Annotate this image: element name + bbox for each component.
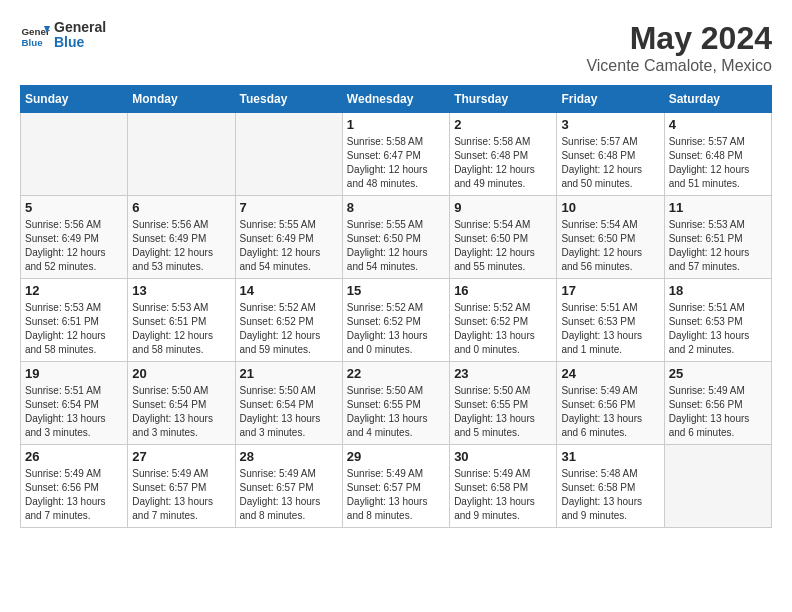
logo: General Blue General Blue: [20, 20, 106, 51]
day-info: Sunrise: 5:49 AM Sunset: 6:58 PM Dayligh…: [454, 467, 552, 523]
day-number: 22: [347, 366, 445, 381]
logo-line2: Blue: [54, 35, 106, 50]
day-number: 8: [347, 200, 445, 215]
day-number: 30: [454, 449, 552, 464]
calendar-title: May 2024: [586, 20, 772, 57]
calendar-cell: 30Sunrise: 5:49 AM Sunset: 6:58 PM Dayli…: [450, 445, 557, 528]
calendar-cell: [664, 445, 771, 528]
week-row-5: 26Sunrise: 5:49 AM Sunset: 6:56 PM Dayli…: [21, 445, 772, 528]
day-info: Sunrise: 5:50 AM Sunset: 6:55 PM Dayligh…: [347, 384, 445, 440]
calendar-cell: 5Sunrise: 5:56 AM Sunset: 6:49 PM Daylig…: [21, 196, 128, 279]
logo-icon: General Blue: [20, 20, 50, 50]
day-number: 9: [454, 200, 552, 215]
calendar-cell: 24Sunrise: 5:49 AM Sunset: 6:56 PM Dayli…: [557, 362, 664, 445]
calendar-cell: 28Sunrise: 5:49 AM Sunset: 6:57 PM Dayli…: [235, 445, 342, 528]
day-number: 18: [669, 283, 767, 298]
day-info: Sunrise: 5:52 AM Sunset: 6:52 PM Dayligh…: [240, 301, 338, 357]
calendar-cell: 21Sunrise: 5:50 AM Sunset: 6:54 PM Dayli…: [235, 362, 342, 445]
day-number: 3: [561, 117, 659, 132]
week-row-2: 5Sunrise: 5:56 AM Sunset: 6:49 PM Daylig…: [21, 196, 772, 279]
day-number: 31: [561, 449, 659, 464]
calendar-table: SundayMondayTuesdayWednesdayThursdayFrid…: [20, 85, 772, 528]
week-row-1: 1Sunrise: 5:58 AM Sunset: 6:47 PM Daylig…: [21, 113, 772, 196]
day-header-tuesday: Tuesday: [235, 86, 342, 113]
calendar-cell: 16Sunrise: 5:52 AM Sunset: 6:52 PM Dayli…: [450, 279, 557, 362]
day-number: 23: [454, 366, 552, 381]
day-info: Sunrise: 5:49 AM Sunset: 6:57 PM Dayligh…: [240, 467, 338, 523]
header-row: SundayMondayTuesdayWednesdayThursdayFrid…: [21, 86, 772, 113]
day-number: 27: [132, 449, 230, 464]
calendar-cell: [21, 113, 128, 196]
calendar-cell: 27Sunrise: 5:49 AM Sunset: 6:57 PM Dayli…: [128, 445, 235, 528]
day-info: Sunrise: 5:49 AM Sunset: 6:56 PM Dayligh…: [669, 384, 767, 440]
calendar-cell: 9Sunrise: 5:54 AM Sunset: 6:50 PM Daylig…: [450, 196, 557, 279]
day-number: 7: [240, 200, 338, 215]
day-number: 20: [132, 366, 230, 381]
day-info: Sunrise: 5:55 AM Sunset: 6:49 PM Dayligh…: [240, 218, 338, 274]
day-number: 17: [561, 283, 659, 298]
day-header-thursday: Thursday: [450, 86, 557, 113]
day-info: Sunrise: 5:53 AM Sunset: 6:51 PM Dayligh…: [25, 301, 123, 357]
day-number: 12: [25, 283, 123, 298]
day-info: Sunrise: 5:50 AM Sunset: 6:54 PM Dayligh…: [240, 384, 338, 440]
calendar-cell: 10Sunrise: 5:54 AM Sunset: 6:50 PM Dayli…: [557, 196, 664, 279]
day-header-wednesday: Wednesday: [342, 86, 449, 113]
day-number: 24: [561, 366, 659, 381]
day-number: 29: [347, 449, 445, 464]
day-number: 14: [240, 283, 338, 298]
day-info: Sunrise: 5:53 AM Sunset: 6:51 PM Dayligh…: [132, 301, 230, 357]
logo-line1: General: [54, 20, 106, 35]
calendar-cell: 17Sunrise: 5:51 AM Sunset: 6:53 PM Dayli…: [557, 279, 664, 362]
day-info: Sunrise: 5:50 AM Sunset: 6:55 PM Dayligh…: [454, 384, 552, 440]
day-info: Sunrise: 5:54 AM Sunset: 6:50 PM Dayligh…: [561, 218, 659, 274]
calendar-cell: 19Sunrise: 5:51 AM Sunset: 6:54 PM Dayli…: [21, 362, 128, 445]
day-info: Sunrise: 5:48 AM Sunset: 6:58 PM Dayligh…: [561, 467, 659, 523]
day-info: Sunrise: 5:56 AM Sunset: 6:49 PM Dayligh…: [132, 218, 230, 274]
calendar-cell: 13Sunrise: 5:53 AM Sunset: 6:51 PM Dayli…: [128, 279, 235, 362]
calendar-cell: [235, 113, 342, 196]
week-row-4: 19Sunrise: 5:51 AM Sunset: 6:54 PM Dayli…: [21, 362, 772, 445]
day-info: Sunrise: 5:51 AM Sunset: 6:53 PM Dayligh…: [669, 301, 767, 357]
day-number: 19: [25, 366, 123, 381]
day-info: Sunrise: 5:51 AM Sunset: 6:54 PM Dayligh…: [25, 384, 123, 440]
day-info: Sunrise: 5:58 AM Sunset: 6:48 PM Dayligh…: [454, 135, 552, 191]
calendar-cell: [128, 113, 235, 196]
calendar-cell: 25Sunrise: 5:49 AM Sunset: 6:56 PM Dayli…: [664, 362, 771, 445]
calendar-cell: 11Sunrise: 5:53 AM Sunset: 6:51 PM Dayli…: [664, 196, 771, 279]
title-block: May 2024 Vicente Camalote, Mexico: [586, 20, 772, 75]
day-info: Sunrise: 5:57 AM Sunset: 6:48 PM Dayligh…: [669, 135, 767, 191]
day-info: Sunrise: 5:49 AM Sunset: 6:57 PM Dayligh…: [132, 467, 230, 523]
day-header-monday: Monday: [128, 86, 235, 113]
day-info: Sunrise: 5:49 AM Sunset: 6:57 PM Dayligh…: [347, 467, 445, 523]
calendar-cell: 31Sunrise: 5:48 AM Sunset: 6:58 PM Dayli…: [557, 445, 664, 528]
calendar-cell: 26Sunrise: 5:49 AM Sunset: 6:56 PM Dayli…: [21, 445, 128, 528]
day-number: 28: [240, 449, 338, 464]
day-number: 2: [454, 117, 552, 132]
day-header-saturday: Saturday: [664, 86, 771, 113]
day-info: Sunrise: 5:50 AM Sunset: 6:54 PM Dayligh…: [132, 384, 230, 440]
day-number: 16: [454, 283, 552, 298]
day-info: Sunrise: 5:52 AM Sunset: 6:52 PM Dayligh…: [347, 301, 445, 357]
day-number: 10: [561, 200, 659, 215]
calendar-subtitle: Vicente Camalote, Mexico: [586, 57, 772, 75]
calendar-cell: 18Sunrise: 5:51 AM Sunset: 6:53 PM Dayli…: [664, 279, 771, 362]
day-info: Sunrise: 5:57 AM Sunset: 6:48 PM Dayligh…: [561, 135, 659, 191]
calendar-cell: 1Sunrise: 5:58 AM Sunset: 6:47 PM Daylig…: [342, 113, 449, 196]
calendar-cell: 15Sunrise: 5:52 AM Sunset: 6:52 PM Dayli…: [342, 279, 449, 362]
day-number: 6: [132, 200, 230, 215]
day-info: Sunrise: 5:54 AM Sunset: 6:50 PM Dayligh…: [454, 218, 552, 274]
day-number: 25: [669, 366, 767, 381]
svg-text:Blue: Blue: [22, 37, 44, 48]
day-number: 1: [347, 117, 445, 132]
calendar-cell: 6Sunrise: 5:56 AM Sunset: 6:49 PM Daylig…: [128, 196, 235, 279]
day-number: 4: [669, 117, 767, 132]
day-info: Sunrise: 5:53 AM Sunset: 6:51 PM Dayligh…: [669, 218, 767, 274]
day-info: Sunrise: 5:49 AM Sunset: 6:56 PM Dayligh…: [561, 384, 659, 440]
calendar-cell: 14Sunrise: 5:52 AM Sunset: 6:52 PM Dayli…: [235, 279, 342, 362]
day-info: Sunrise: 5:55 AM Sunset: 6:50 PM Dayligh…: [347, 218, 445, 274]
day-info: Sunrise: 5:49 AM Sunset: 6:56 PM Dayligh…: [25, 467, 123, 523]
calendar-cell: 20Sunrise: 5:50 AM Sunset: 6:54 PM Dayli…: [128, 362, 235, 445]
day-number: 5: [25, 200, 123, 215]
day-info: Sunrise: 5:58 AM Sunset: 6:47 PM Dayligh…: [347, 135, 445, 191]
calendar-cell: 7Sunrise: 5:55 AM Sunset: 6:49 PM Daylig…: [235, 196, 342, 279]
